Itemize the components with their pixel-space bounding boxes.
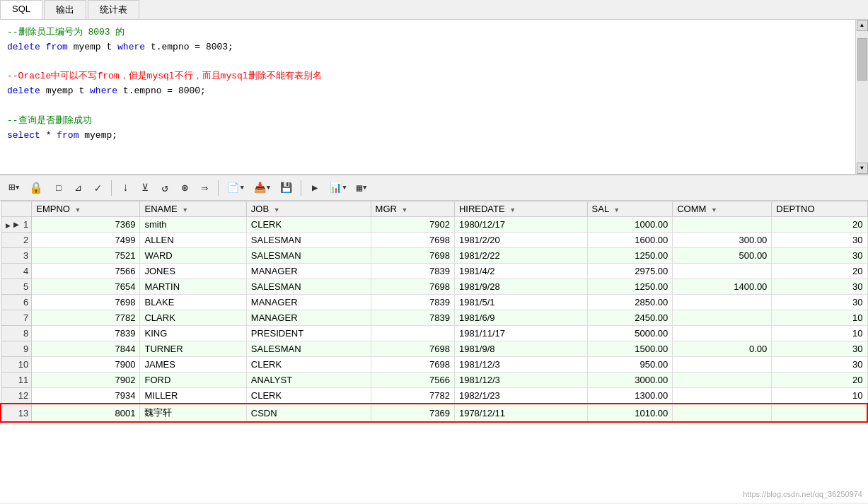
refresh-icon: ↺ xyxy=(162,181,169,195)
table-row[interactable]: 37521WARDSALESMAN76981981/2/221250.00500… xyxy=(1,248,867,264)
cell-mgr: 7698 xyxy=(371,279,454,295)
col-ename[interactable]: ENAME ▼ xyxy=(140,201,246,217)
sql-line-blank1 xyxy=(7,55,847,70)
cell-job: CLERK xyxy=(246,388,371,404)
cell-ename: 魏宇轩 xyxy=(140,404,246,422)
row-num: 12 xyxy=(1,388,32,404)
cell-mgr: 7698 xyxy=(371,357,454,373)
table-row[interactable]: 107900JAMESCLERK76981981/12/3950.0030 xyxy=(1,357,867,373)
toolbar-refresh-btn[interactable]: ↺ xyxy=(157,180,173,197)
sql-line-8: select * from myemp; xyxy=(7,129,847,143)
toolbar-table-btn[interactable]: ▦ ▼ xyxy=(354,180,370,195)
scroll-thumb[interactable] xyxy=(857,38,867,81)
scroll-down-btn[interactable]: ▼ xyxy=(857,163,868,174)
toolbar-check-btn[interactable]: ✓ xyxy=(90,180,105,197)
grid-icon: ⊞ xyxy=(8,181,15,194)
table-row[interactable]: 97844TURNERSALESMAN76981981/9/81500.000.… xyxy=(1,341,867,357)
cell-deptno: 30 xyxy=(772,341,867,357)
cell-deptno: 20 xyxy=(772,217,867,233)
cell-hiredate: 1981/4/2 xyxy=(454,264,587,279)
import-icon: 📥 xyxy=(254,182,266,194)
sep3 xyxy=(301,180,301,196)
tab-stats[interactable]: 统计表 xyxy=(88,0,139,19)
results-table-container[interactable]: EMPNO ▼ ENAME ▼ JOB ▼ MGR ▼ HIREDATE ▼ S… xyxy=(0,201,868,503)
table-row[interactable]: 47566JONESMANAGER78391981/4/22975.0020 xyxy=(1,264,867,279)
cell-comm: 300.00 xyxy=(673,233,772,248)
table-row[interactable]: 127934MILLERCLERK77821982/1/231300.0010 xyxy=(1,388,867,404)
cell-ename: MARTIN xyxy=(140,279,246,295)
table-row[interactable]: 87839KINGPRESIDENT1981/11/175000.0010 xyxy=(1,326,867,341)
cell-deptno: 30 xyxy=(772,248,867,264)
table-row[interactable]: 117902FORDANALYST75661981/12/33000.0020 xyxy=(1,373,867,388)
col-comm[interactable]: COMM ▼ xyxy=(673,201,772,217)
col-empno[interactable]: EMPNO ▼ xyxy=(32,201,140,217)
sql-line-1: --删除员工编号为 8003 的 xyxy=(7,25,847,40)
cell-job: MANAGER xyxy=(246,295,371,310)
toolbar-run-btn[interactable]: ▶ xyxy=(307,180,323,195)
cell-sal: 1010.00 xyxy=(587,404,673,422)
cell-mgr xyxy=(371,326,454,341)
save-icon: 💾 xyxy=(280,182,292,194)
col-sal[interactable]: SAL ▼ xyxy=(587,201,673,217)
cell-empno: 7369 xyxy=(32,217,140,233)
cell-ename: smith xyxy=(140,217,246,233)
sql-line-2: delete from myemp t where t.empno = 8003… xyxy=(7,40,847,55)
table-row[interactable]: 67698BLAKEMANAGER78391981/5/12850.0030 xyxy=(1,295,867,310)
tab-sql[interactable]: SQL xyxy=(0,0,42,19)
row-num: 5 xyxy=(1,279,32,295)
toolbar-save-btn[interactable]: 💾 xyxy=(277,180,295,195)
cell-job: SALESMAN xyxy=(246,248,371,264)
scroll-up-btn[interactable]: ▲ xyxy=(857,20,868,31)
cell-empno: 7844 xyxy=(32,341,140,357)
cell-hiredate: 1981/11/17 xyxy=(454,326,587,341)
cell-sal: 1300.00 xyxy=(587,388,673,404)
cell-deptno xyxy=(772,404,867,422)
sep1 xyxy=(111,180,112,196)
cell-ename: KING xyxy=(140,326,246,341)
toolbar-down-btn[interactable]: ↓ xyxy=(117,180,133,196)
cell-job: ANALYST xyxy=(246,373,371,388)
table-row[interactable]: ► 17369smithCLERK79021980/12/171000.0020 xyxy=(1,217,867,233)
toolbar-filter-btn[interactable]: ⊿ xyxy=(70,181,86,195)
toolbar-export-btn[interactable]: 📄 ▼ xyxy=(224,180,246,195)
toolbar-import-btn[interactable]: 📥 ▼ xyxy=(251,180,273,195)
cell-sal: 2975.00 xyxy=(587,264,673,279)
sql-editor[interactable]: --删除员工编号为 8003 的 delete from myemp t whe… xyxy=(0,20,868,175)
cell-hiredate: 1981/9/8 xyxy=(454,341,587,357)
cell-deptno: 10 xyxy=(772,388,867,404)
table-row[interactable]: 77782CLARKMANAGER78391981/6/92450.0010 xyxy=(1,310,867,326)
toolbar-merge-btn[interactable]: ⊻ xyxy=(137,180,153,195)
cell-comm: 0.00 xyxy=(673,341,772,357)
toolbar-grid-btn[interactable]: ⊞ ▼ xyxy=(6,180,22,196)
cell-job: MANAGER xyxy=(246,310,371,326)
col-deptno[interactable]: DEPTNO xyxy=(772,201,867,217)
toolbar-lock-btn[interactable]: 🔒 xyxy=(26,180,46,197)
table-row[interactable]: 138001魏宇轩CSDN73691978/12/111010.00 xyxy=(1,404,867,422)
toolbar-chart-btn[interactable]: 📊 ▼ xyxy=(327,180,349,195)
toolbar-arrow-btn[interactable]: ⇒ xyxy=(197,180,212,197)
sql-line-4: --Oracle中可以不写from，但是mysql不行，而且mysql删除不能有… xyxy=(7,69,847,84)
cell-ename: WARD xyxy=(140,248,246,264)
sql-scrollbar[interactable]: ▲ ▼ xyxy=(855,20,868,174)
table-row[interactable]: 27499ALLENSALESMAN76981981/2/201600.0030… xyxy=(1,233,867,248)
cell-mgr: 7839 xyxy=(371,264,454,279)
table-row[interactable]: 57654MARTINSALESMAN76981981/9/281250.001… xyxy=(1,279,867,295)
cell-job: PRESIDENT xyxy=(246,326,371,341)
down-icon: ↓ xyxy=(122,182,129,194)
cell-comm xyxy=(673,373,772,388)
cell-comm: 1400.00 xyxy=(673,279,772,295)
toolbar-search-btn[interactable]: ⊛ xyxy=(177,180,192,197)
col-mgr[interactable]: MGR ▼ xyxy=(371,201,454,217)
cell-ename: JONES xyxy=(140,264,246,279)
toolbar-copy-btn[interactable]: ☐ xyxy=(50,180,66,196)
tab-output[interactable]: 输出 xyxy=(44,0,86,19)
arrow-icon: ⇒ xyxy=(202,181,209,195)
scroll-track[interactable] xyxy=(857,31,868,163)
cell-mgr: 7369 xyxy=(371,404,454,422)
cell-deptno: 10 xyxy=(772,326,867,341)
col-hiredate[interactable]: HIREDATE ▼ xyxy=(454,201,587,217)
col-job[interactable]: JOB ▼ xyxy=(246,201,371,217)
row-num: 13 xyxy=(1,404,32,422)
cell-hiredate: 1981/12/3 xyxy=(454,357,587,373)
cell-deptno: 30 xyxy=(772,357,867,373)
